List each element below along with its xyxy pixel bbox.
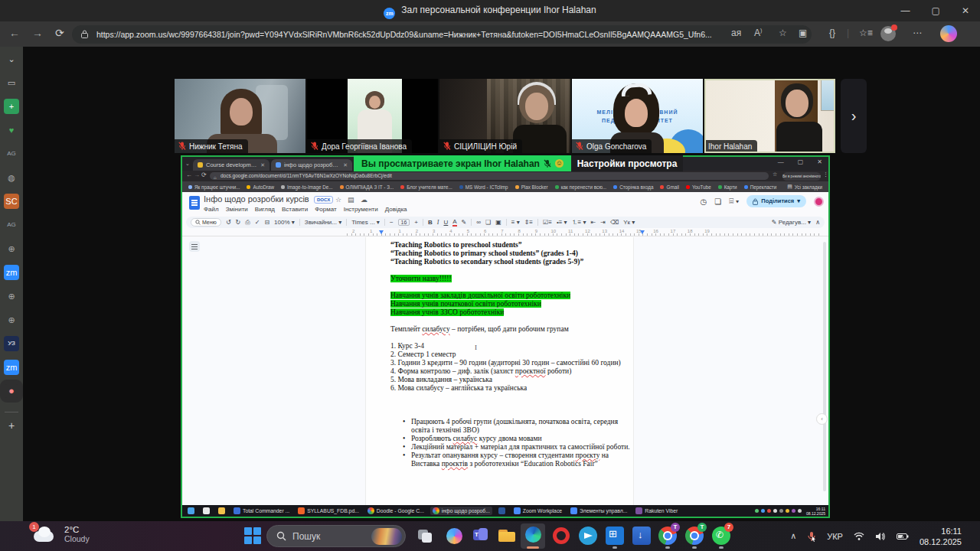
chrome-icon-2[interactable]: T [685,527,704,545]
collections-icon[interactable]: ▣ [799,28,807,38]
participant-tile-2[interactable]: Дора Георгіївна Іванова [307,79,438,153]
globe-tab-icon[interactable]: ◍ [4,170,19,185]
browser-essentials-icon[interactable]: {} [829,28,835,38]
bookmark-item[interactable]: Gmail [660,184,678,190]
outdent-icon[interactable]: ⇤ [591,219,596,226]
shared-task-win-1[interactable] [185,507,197,515]
refresh-button[interactable]: ⟳ [55,27,64,39]
browser-profile-avatar[interactable] [880,26,896,41]
scroll-helper-button[interactable]: ‹ [816,413,828,425]
bookmark-item[interactable]: Image-to-Image De... [281,184,333,190]
docs-menu-6[interactable]: Інструменти [344,206,378,213]
start-button[interactable] [243,527,262,545]
maximize-button[interactable]: ▢ [932,5,940,16]
bookmark-item[interactable]: ОЛІМПІАДА З ІТ - З... [340,184,394,190]
taskbar-search[interactable]: Пошук [266,525,406,547]
underline-icon[interactable]: U [443,219,448,226]
bookmark-item[interactable]: Перекласти [744,184,777,190]
align-icon[interactable]: ≡ ▾ [511,219,520,226]
shared-task-chrome-6[interactable]: Doodle - Google C... [365,507,426,515]
back-button[interactable]: ← [9,27,20,39]
teams-icon[interactable]: T [472,527,490,545]
uz-tab-icon[interactable]: УЗ [4,336,19,351]
shared-task-search-2[interactable] [201,507,212,515]
chrome-icon-1[interactable]: T [658,527,677,545]
zoom-select[interactable]: 100% ▾ [274,219,295,226]
bookmark-item[interactable]: AutoDraw [247,184,274,190]
volume-icon[interactable] [875,532,886,541]
tab2-close-icon[interactable]: ✕ [343,162,348,168]
print-icon[interactable]: ⎙ [245,219,250,227]
font-size-increase[interactable]: + [414,219,418,226]
bookmarks-more[interactable]: ▤Усі закладки [787,184,822,190]
forward-button[interactable]: → [32,27,43,39]
docs-scrollbar[interactable] [823,242,826,491]
copilot-icon[interactable] [940,25,957,42]
shared-back-icon[interactable]: ← [186,171,192,178]
shared-maximize-button[interactable]: ▢ [798,158,804,165]
document-outline-button[interactable] [189,241,200,252]
bookmark-item[interactable]: YouTube [686,184,711,190]
shared-task-folder-3[interactable] [216,507,227,515]
shared-close-button[interactable]: ✕ [817,158,822,165]
doc-star-icon[interactable]: ☆ [335,196,341,204]
tray-expand-icon[interactable]: ∧ [790,531,796,541]
zoom-tab-2-icon[interactable]: zm [4,360,19,375]
meet-icon[interactable]: ⌸ ▾ [729,197,739,206]
indent-marker[interactable] [379,230,384,234]
globe-tab-4-icon[interactable]: ⊕ [4,312,19,328]
docs-profile-avatar[interactable] [814,197,824,207]
tray-mic-icon[interactable] [807,531,816,542]
docs-menu-4[interactable]: Вставити [282,206,308,213]
shared-task-tc-4[interactable]: Total Commander ... [231,507,292,515]
insert-link-icon[interactable]: ∞ [476,219,481,226]
bookmark-item[interactable]: Як працює штучни... [188,184,240,190]
zoom-tab-icon[interactable]: zm [4,265,19,280]
shared-task-viber-11[interactable]: Rakuten Viber [633,507,680,515]
editing-mode-select[interactable]: ✎ Редагув... ▾ [772,219,811,226]
italic-icon[interactable]: I [437,219,439,226]
docs-menu-2[interactable]: Змінити [226,206,248,213]
numbered-list-icon[interactable]: ⒈≡ ▾ [572,218,586,227]
paragraph-style-select[interactable]: Звичайни... ▾ [305,219,341,226]
taskbar-clock[interactable]: 16:11 08.12.2025 [920,526,962,547]
globe-tab-3-icon[interactable]: ⊕ [4,289,19,304]
reaction-smiley-icon[interactable]: ☺ [555,159,564,168]
highlight-icon[interactable]: ✎ [462,219,467,226]
shared-tab-1[interactable]: Course development – Google✕ [193,159,270,171]
shared-tab-2[interactable]: інфо щодо розробки курсів✕ [271,159,352,171]
language-indicator[interactable]: УКР [827,532,843,541]
bookmark-item[interactable]: Блог учителя мате... [400,184,452,190]
docs-menu-1[interactable]: Файл [204,206,219,213]
shared-task-zoom-9[interactable]: Zoom Workplace [511,507,564,515]
collapse-toolbar-icon[interactable]: ∧ [815,219,820,226]
telegram-icon[interactable] [579,527,597,545]
insert-image-icon[interactable]: ▣ [495,219,501,226]
shared-minimize-button[interactable]: — [778,158,784,165]
doc-move-icon[interactable]: ▤ [348,196,354,204]
font-size-value[interactable]: 16 [398,219,410,226]
translate-icon[interactable]: ая [731,28,741,38]
add-comment-icon[interactable]: ❏ [485,219,491,226]
shared-task-zoom-10[interactable]: Элементы управл... [568,507,629,515]
bullet-list-icon[interactable]: •≡ ▾ [557,219,567,226]
wifi-icon[interactable] [854,532,864,541]
translate-doc-icon[interactable]: Yк ▾ [623,219,635,226]
file-explorer-icon[interactable] [498,527,516,545]
favorites-hub-icon[interactable]: ☆≡ [859,28,873,38]
version-history-icon[interactable]: ◷ [701,197,707,206]
taskbar-copilot-icon[interactable] [446,528,462,544]
bold-icon[interactable]: B [428,219,433,226]
right-indent-marker[interactable] [640,230,645,234]
battery-icon[interactable] [897,533,909,540]
text-color-icon[interactable]: A [452,218,456,227]
globe-tab-2-icon[interactable]: ⊕ [4,241,19,256]
sc-tab-icon[interactable]: SC [4,194,19,209]
line-spacing-icon[interactable]: ⇕≡ [524,219,533,226]
shared-task-chrome-7[interactable]: інфо щодо розроб... [430,507,492,515]
spellcheck-icon[interactable]: ✓ [255,219,260,226]
toolbar-menu-search[interactable]: Меню [191,218,221,227]
checklist-icon[interactable]: ☑≡ [543,219,552,226]
document-page[interactable]: “Teaching Robotics to preschool students… [365,237,634,508]
bookmark-item[interactable]: Сторінка входа [613,184,653,190]
